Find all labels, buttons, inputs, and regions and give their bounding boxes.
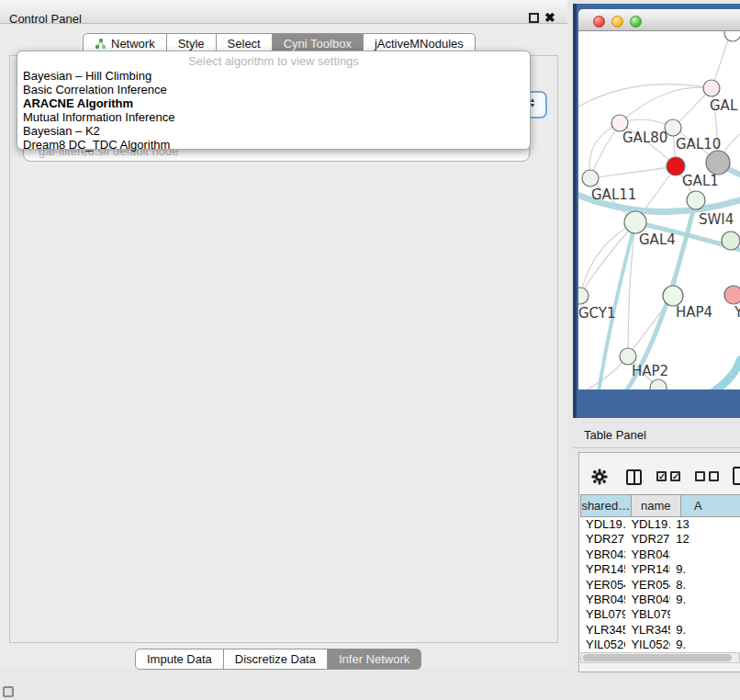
close-traffic-light-icon[interactable] xyxy=(593,16,605,28)
table-body: YDL19…YDL19…13YDR27…YDR27…12YBR043CYBR04… xyxy=(580,517,740,652)
table-cell: YBR045C xyxy=(580,593,625,607)
network-node[interactable] xyxy=(724,286,740,304)
table-cell: YPR145W xyxy=(580,562,625,577)
float-window-icon[interactable] xyxy=(529,13,539,23)
network-node[interactable] xyxy=(722,231,740,250)
algorithm-list: Bayesian – Hill ClimbingBasic Correlatio… xyxy=(17,69,530,152)
network-node-label: HAP2 xyxy=(632,363,668,379)
network-node-label: GAL1 xyxy=(682,173,719,189)
table-cell: 9. xyxy=(670,638,740,652)
algorithm-list-item[interactable]: Basic Correlation Inference xyxy=(17,83,530,96)
table-cell: YIL052C xyxy=(580,638,625,652)
table-column-header[interactable]: A xyxy=(681,494,740,517)
table-cell: YLR345W xyxy=(625,623,670,638)
network-node-label: GAL10 xyxy=(676,136,721,152)
table-cell: YBR043C xyxy=(580,548,625,562)
network-node-label: SWI4 xyxy=(699,211,734,228)
network-node-label: GAL xyxy=(710,97,738,114)
table-cell: YLR345W xyxy=(580,623,625,638)
table-row[interactable]: YBR043CYBR043C xyxy=(580,548,740,562)
checked-checkbox-icon[interactable]: ✓ xyxy=(656,471,667,481)
tab-infer-network[interactable]: Infer Network xyxy=(327,649,420,669)
table-cell: YPR145W xyxy=(625,562,670,577)
algorithm-dropdown-popup: Select algorithm to view settings Bayesi… xyxy=(17,51,531,150)
network-icon xyxy=(95,38,107,50)
algorithm-prompt: Select algorithm to view settings xyxy=(17,53,530,69)
network-node-label: HAP4 xyxy=(676,304,712,321)
table-cell: YDR27… xyxy=(625,532,670,547)
collapsed-panel-icon[interactable] xyxy=(3,686,14,697)
network-node[interactable] xyxy=(578,288,589,304)
network-node-label: Y xyxy=(734,304,740,321)
table-cell: YDL19… xyxy=(580,517,625,532)
gear-icon[interactable] xyxy=(591,469,608,485)
table-cell: 9. xyxy=(670,593,740,607)
table-cell: YER054C xyxy=(625,578,670,593)
network-edge[interactable] xyxy=(590,123,620,178)
control-panel-titlebar xyxy=(0,0,567,24)
table-cell: YDR27… xyxy=(580,532,625,547)
table-cell xyxy=(670,548,740,562)
algorithm-list-item[interactable]: Bayesian – Hill Climbing xyxy=(17,69,530,83)
table-row[interactable]: YER054CYER054C8. xyxy=(580,578,740,593)
columns-icon[interactable] xyxy=(626,469,642,485)
table-row[interactable]: YBR045CYBR045C9. xyxy=(580,593,740,607)
minimize-traffic-light-icon[interactable] xyxy=(611,16,623,28)
algorithm-list-item[interactable]: Dream8 DC_TDC Algorithm xyxy=(17,138,530,152)
table-cell: YBL079W xyxy=(580,607,625,622)
network-node-label: GCY1 xyxy=(578,305,616,322)
algorithm-list-item[interactable]: Mutual Information Inference xyxy=(17,110,530,124)
network-node-label: GAL80 xyxy=(622,130,667,146)
checked-checkbox-icon[interactable]: ✓ xyxy=(670,471,680,481)
table-horizontal-scrollbar[interactable] xyxy=(580,652,740,663)
close-icon[interactable]: ✖ xyxy=(544,10,555,25)
network-node[interactable] xyxy=(624,211,646,233)
network-window-titlebar[interactable] xyxy=(578,9,740,31)
network-node[interactable] xyxy=(582,170,599,186)
table-row[interactable]: YIL052CYIL052C9. xyxy=(580,638,740,652)
network-edge-thick[interactable] xyxy=(714,360,740,390)
network-node-label: GAL11 xyxy=(591,186,636,203)
table-cell: YER054C xyxy=(580,578,625,593)
network-node[interactable] xyxy=(687,191,705,209)
network-node[interactable] xyxy=(650,379,667,390)
table-panel-title: Table Panel xyxy=(584,428,646,442)
table-cell: 8. xyxy=(670,578,740,593)
table-cell: 12 xyxy=(670,532,740,547)
table-cell: YDL19… xyxy=(625,517,670,532)
network-edge[interactable] xyxy=(590,166,676,178)
unchecked-checkbox-icon[interactable] xyxy=(709,471,719,481)
algorithm-list-item[interactable]: ARACNE Algorithm xyxy=(17,96,530,110)
table-panel-divider xyxy=(573,447,740,448)
table-header-row: shared…nameA xyxy=(580,494,740,517)
table-row[interactable]: YDL19…YDL19…13 xyxy=(580,517,740,532)
table-cell: YBL079W xyxy=(625,607,670,622)
algorithm-list-item[interactable]: Bayesian – K2 xyxy=(17,124,530,138)
table-column-header[interactable]: name xyxy=(632,494,682,517)
network-node[interactable] xyxy=(706,151,730,175)
table-cell: 9. xyxy=(670,623,740,638)
cyni-bottom-tab-bar: Impute Data Discretize Data Infer Networ… xyxy=(135,649,421,670)
unchecked-checkbox-icon[interactable] xyxy=(695,471,705,481)
table-cell: YBR043C xyxy=(625,548,670,562)
network-node[interactable] xyxy=(703,80,720,96)
network-canvas[interactable]: GALGAL80GAL10GAL1GAL11SWI4GAL4GCY1HAP4YH… xyxy=(578,31,740,390)
page-icon[interactable] xyxy=(733,467,740,485)
table-row[interactable]: YLR345WYLR345W9. xyxy=(580,623,740,638)
network-node[interactable] xyxy=(663,286,683,306)
table-row[interactable]: YDR27…YDR27…12 xyxy=(580,532,740,547)
tab-impute-data[interactable]: Impute Data xyxy=(136,649,223,669)
tab-network-label: Network xyxy=(111,37,155,51)
table-cell: 9. xyxy=(670,562,740,577)
table-row[interactable]: YBL079WYBL079W xyxy=(580,607,740,622)
network-node-label: GAL4 xyxy=(639,231,676,248)
table-cell: YIL052C xyxy=(625,638,670,652)
network-edge[interactable] xyxy=(620,87,712,123)
table-row[interactable]: YPR145WYPR145W9. xyxy=(580,562,740,577)
tab-discretize-data[interactable]: Discretize Data xyxy=(223,649,327,669)
control-panel-title: Control Panel xyxy=(9,12,82,26)
network-node[interactable] xyxy=(724,31,740,41)
table-cell xyxy=(670,607,740,622)
table-column-header[interactable]: shared… xyxy=(580,494,632,517)
zoom-traffic-light-icon[interactable] xyxy=(630,16,642,28)
